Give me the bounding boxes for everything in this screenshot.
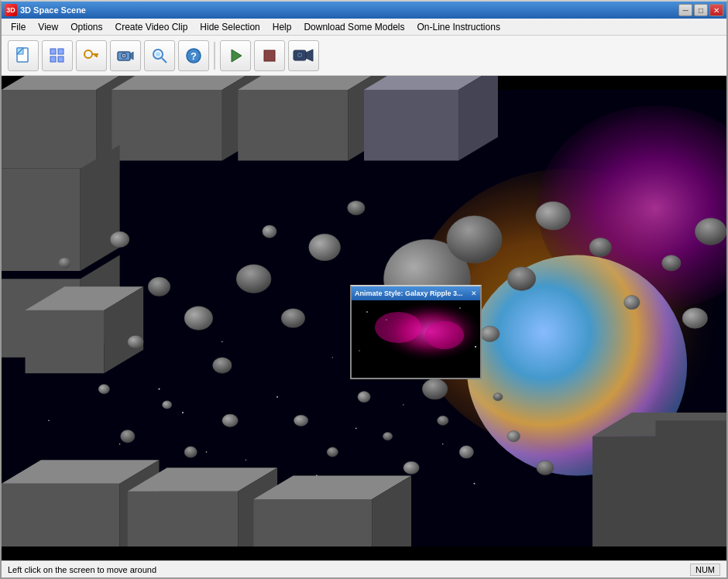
svg-point-136 [425, 321, 464, 349]
menu-help[interactable]: Help [266, 20, 298, 34]
close-button[interactable]: ✕ [709, 4, 723, 16]
svg-point-129 [121, 430, 135, 442]
popup-bottom-bar [352, 362, 480, 378]
svg-point-109 [422, 379, 448, 399]
svg-marker-82 [128, 492, 238, 546]
menu-create-video[interactable]: Create Video Clip [109, 20, 194, 34]
svg-point-106 [263, 225, 276, 238]
svg-point-104 [128, 335, 143, 348]
svg-point-48 [403, 404, 403, 405]
svg-point-113 [589, 238, 611, 256]
svg-marker-20 [232, 50, 242, 62]
popup-close-button[interactable]: ✕ [471, 290, 477, 297]
svg-marker-63 [2, 90, 96, 169]
svg-point-131 [184, 447, 197, 457]
key-button[interactable] [76, 40, 107, 71]
camera-tool-button[interactable] [110, 40, 141, 71]
svg-point-127 [537, 461, 554, 475]
svg-point-17 [156, 52, 160, 57]
scene-popup[interactable]: Animate Style: Galaxy Ripple 3... ✕ [350, 285, 482, 379]
menu-online-instructions[interactable]: On-Line Instructions [411, 20, 507, 34]
svg-rect-3 [50, 49, 56, 54]
search-button[interactable] [144, 40, 175, 71]
maximize-button[interactable]: □ [694, 4, 708, 16]
svg-point-35 [182, 412, 184, 413]
svg-point-137 [366, 311, 368, 313]
svg-point-110 [481, 326, 500, 341]
svg-point-95 [447, 216, 502, 263]
popup-content [352, 300, 480, 362]
svg-point-121 [383, 433, 392, 440]
menu-hide-selection[interactable]: Hide Selection [194, 20, 266, 34]
svg-marker-91 [26, 310, 105, 373]
help-button[interactable]: ? [178, 40, 209, 71]
menu-download-models[interactable]: Download Some Models [297, 20, 410, 34]
title-buttons: ─ □ ✕ [678, 4, 723, 16]
svg-point-116 [682, 308, 708, 328]
menu-view[interactable]: View [32, 20, 64, 34]
svg-point-138 [386, 319, 386, 320]
title-bar-left: 3D 3D Space Scene [5, 4, 86, 16]
svg-point-99 [281, 309, 305, 327]
minimize-button[interactable]: ─ [678, 4, 692, 16]
svg-marker-90 [655, 420, 726, 507]
scene-button[interactable] [42, 40, 73, 71]
menu-file[interactable]: File [5, 20, 32, 34]
new-button[interactable] [8, 40, 39, 71]
svg-point-132 [222, 414, 238, 427]
svg-point-117 [695, 218, 726, 245]
svg-marker-66 [112, 90, 221, 161]
video-camera-button[interactable] [288, 40, 319, 71]
title-bar: 3D 3D Space Scene ─ □ ✕ [2, 2, 726, 19]
app-icon: 3D [5, 4, 17, 16]
svg-marker-23 [306, 50, 313, 61]
svg-point-115 [662, 255, 681, 271]
svg-point-122 [403, 461, 419, 474]
svg-rect-5 [50, 57, 56, 62]
svg-point-141 [359, 350, 359, 351]
svg-point-125 [493, 393, 503, 401]
play-button[interactable] [220, 40, 251, 71]
svg-point-118 [294, 415, 307, 426]
status-bar: Left click on the screen to move around … [2, 560, 726, 577]
svg-point-50 [474, 483, 476, 485]
menu-bar: File View Options Create Video Clip Hide… [2, 19, 726, 36]
svg-point-97 [236, 265, 271, 293]
svg-rect-6 [58, 57, 64, 62]
svg-point-36 [246, 460, 246, 461]
menu-options[interactable]: Options [64, 20, 108, 34]
svg-point-34 [119, 444, 120, 444]
svg-point-126 [507, 430, 520, 441]
svg-point-7 [84, 50, 92, 58]
svg-point-128 [98, 384, 109, 393]
svg-marker-75 [2, 169, 81, 271]
stop-button[interactable] [254, 40, 285, 71]
svg-point-14 [123, 54, 125, 57]
popup-title-text: Animate Style: Galaxy Ripple 3... [355, 290, 463, 297]
svg-point-49 [442, 444, 443, 444]
svg-point-114 [624, 295, 640, 309]
svg-point-119 [327, 447, 338, 457]
popup-title-bar: Animate Style: Galaxy Ripple 3... ✕ [352, 286, 480, 300]
svg-line-16 [162, 58, 167, 63]
svg-point-30 [221, 341, 222, 342]
title-text: 3D Space Scene [20, 5, 86, 15]
svg-point-39 [206, 451, 208, 453]
svg-point-139 [459, 307, 460, 308]
viewport[interactable]: Animate Style: Galaxy Ripple 3... ✕ [2, 76, 726, 560]
svg-point-112 [536, 201, 571, 230]
app-window: 3D 3D Space Scene ─ □ ✕ File View Option… [0, 0, 728, 579]
svg-point-102 [110, 231, 129, 247]
svg-marker-69 [238, 90, 348, 161]
svg-point-32 [332, 357, 333, 358]
svg-point-120 [358, 392, 370, 403]
svg-point-31 [276, 396, 278, 398]
num-indicator: NUM [690, 564, 720, 576]
svg-point-100 [309, 234, 341, 261]
svg-point-135 [375, 312, 421, 343]
svg-point-33 [48, 420, 50, 421]
svg-point-47 [355, 428, 357, 430]
status-text: Left click on the screen to move around [8, 565, 156, 574]
svg-point-111 [507, 267, 536, 291]
svg-point-140 [475, 346, 476, 348]
